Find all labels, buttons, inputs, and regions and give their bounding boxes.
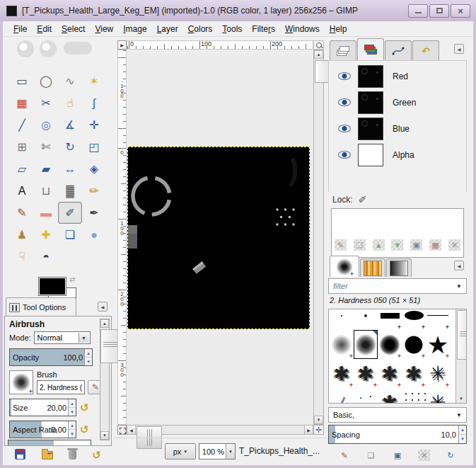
navigation-button[interactable]: ✛ bbox=[313, 425, 324, 435]
channel-to-selection-button[interactable]: ▦ bbox=[429, 239, 441, 251]
delete-channel-button[interactable]: ✕ bbox=[448, 239, 460, 251]
tool-fuzzy-select[interactable]: ✶ bbox=[82, 70, 106, 92]
delete-brush-button[interactable]: ✕ bbox=[418, 450, 430, 461]
tool-align[interactable]: ⊞ bbox=[10, 136, 34, 158]
tool-bucket-fill[interactable]: ⊔ bbox=[34, 180, 58, 202]
titlebar[interactable]: [T_Pickups_Health_Large_Keg_EM] (importe… bbox=[0, 0, 476, 21]
zoom-follow-window-button[interactable] bbox=[313, 40, 324, 50]
brush-item[interactable]: + bbox=[402, 330, 426, 359]
brush-item[interactable] bbox=[330, 309, 354, 330]
tool-perspective[interactable]: ▰ bbox=[34, 158, 58, 180]
channel-thumbnail[interactable] bbox=[358, 65, 383, 88]
refresh-brushes-button[interactable]: ↻ bbox=[445, 450, 457, 461]
vertical-scrollbar[interactable]: ▲ ▼ bbox=[313, 50, 324, 425]
visibility-eye-icon[interactable] bbox=[338, 125, 351, 132]
tab-channels[interactable] bbox=[357, 38, 384, 60]
menu-item[interactable]: Select bbox=[57, 23, 90, 35]
brush-item[interactable]: + bbox=[378, 309, 402, 330]
channel-thumbnail[interactable] bbox=[358, 91, 383, 114]
tool-move[interactable]: ✛ bbox=[82, 114, 106, 136]
brush-item[interactable]: + bbox=[426, 309, 450, 330]
duplicate-channel-button[interactable]: ▣ bbox=[410, 239, 422, 251]
size-spinner[interactable] bbox=[68, 399, 76, 416]
unit-select[interactable]: px bbox=[165, 443, 196, 460]
scrollbar-thumb[interactable] bbox=[457, 310, 467, 360]
aspect-spinner[interactable] bbox=[68, 421, 76, 438]
tool-paths[interactable]: ∫ bbox=[82, 92, 106, 114]
menu-item[interactable]: Layer bbox=[152, 23, 183, 35]
tab-layers[interactable] bbox=[330, 40, 356, 60]
channel-thumbnail[interactable] bbox=[358, 144, 383, 166]
brush-tag-select[interactable]: Basic, bbox=[328, 407, 467, 423]
menu-item[interactable]: Tools bbox=[217, 23, 247, 35]
scroll-right-icon[interactable]: ▶ bbox=[304, 426, 313, 434]
tab-undo-history[interactable]: ↶ bbox=[412, 40, 439, 60]
menu-item[interactable]: Windows bbox=[280, 23, 325, 35]
tool-text[interactable]: A bbox=[10, 180, 34, 202]
brush-item[interactable]: + bbox=[402, 388, 426, 404]
brush-item[interactable]: + bbox=[378, 359, 402, 388]
tool-shear[interactable]: ▱ bbox=[10, 158, 34, 180]
scroll-up-icon[interactable]: ▲ bbox=[100, 319, 109, 328]
collapse-dock-button[interactable] bbox=[454, 261, 464, 270]
brush-item[interactable]: + bbox=[426, 330, 450, 359]
duplicate-brush-button[interactable]: ▣ bbox=[391, 450, 403, 461]
zoom-dropdown-icon[interactable]: ▼ bbox=[226, 444, 235, 459]
brush-grid-scrollbar[interactable]: ▼ bbox=[455, 309, 466, 403]
tool-scale[interactable]: ◰ bbox=[82, 136, 106, 158]
menu-item[interactable]: Edit bbox=[32, 23, 57, 35]
tool-pencil[interactable]: ✏ bbox=[82, 180, 106, 202]
edit-channel-button[interactable]: ✎ bbox=[335, 239, 347, 251]
brush-item[interactable]: + bbox=[402, 359, 426, 388]
brush-item[interactable]: + bbox=[330, 330, 354, 359]
restore-tool-preset-button[interactable] bbox=[42, 449, 53, 462]
angle-slider-clipped[interactable] bbox=[8, 440, 91, 445]
brush-name-field[interactable]: 2. Hardness ( bbox=[37, 380, 85, 394]
brush-item[interactable]: + bbox=[402, 309, 426, 330]
foreground-color-swatch[interactable] bbox=[38, 277, 66, 296]
channel-row[interactable]: Alpha bbox=[329, 142, 466, 168]
reset-tool-options-button[interactable]: ↺ bbox=[92, 449, 101, 462]
tool-smudge[interactable]: ☟ bbox=[10, 246, 34, 268]
quick-mask-toggle[interactable] bbox=[117, 425, 127, 435]
tool-dodge-burn[interactable]: ◓ bbox=[34, 246, 58, 268]
scroll-down-icon[interactable]: ▼ bbox=[100, 431, 109, 440]
mode-select[interactable]: Normal bbox=[34, 331, 91, 344]
scroll-down-icon[interactable]: ▼ bbox=[456, 394, 466, 403]
opacity-spinner[interactable] bbox=[84, 349, 92, 365]
visibility-eye-icon[interactable] bbox=[338, 151, 351, 159]
tab-patterns[interactable] bbox=[360, 258, 385, 277]
horizontal-ruler[interactable]: 0100200 bbox=[127, 40, 313, 50]
lower-channel-button[interactable]: ▼ bbox=[391, 239, 403, 251]
opacity-slider[interactable]: Opacity 100,0 bbox=[9, 348, 93, 366]
raise-channel-button[interactable]: ▲ bbox=[373, 239, 385, 251]
save-tool-preset-button[interactable] bbox=[15, 449, 25, 462]
channel-row[interactable]: Red bbox=[329, 63, 466, 89]
menu-item[interactable]: View bbox=[90, 23, 118, 35]
tool-heal[interactable]: ✚ bbox=[34, 224, 58, 246]
spacing-slider[interactable]: Spacing 10,0 bbox=[328, 425, 467, 444]
tool-eraser[interactable]: ▬ bbox=[34, 202, 58, 224]
brush-item[interactable]: + bbox=[330, 359, 354, 388]
reset-aspect-icon[interactable]: ↺ bbox=[80, 423, 89, 436]
lock-pixels-icon[interactable]: ✐ bbox=[359, 194, 367, 205]
tool-crop[interactable]: ✄ bbox=[34, 136, 58, 158]
brush-item[interactable] bbox=[354, 309, 378, 330]
brush-item[interactable] bbox=[330, 388, 354, 404]
collapse-dock-button[interactable] bbox=[454, 44, 464, 54]
size-slider[interactable]: Size 20,00 bbox=[9, 399, 76, 416]
visibility-eye-icon[interactable] bbox=[338, 98, 351, 106]
menu-item[interactable]: Filters bbox=[247, 23, 280, 35]
tool-rectangle-select[interactable]: ▭ bbox=[10, 70, 34, 92]
tool-clone[interactable]: ♟ bbox=[10, 224, 34, 246]
scroll-left-icon[interactable]: ◀ bbox=[127, 426, 136, 434]
brush-item[interactable]: + bbox=[426, 359, 450, 388]
canvas-menu-button[interactable]: ▶ bbox=[117, 40, 127, 50]
brush-item[interactable]: + bbox=[354, 359, 378, 388]
tool-scissors-select[interactable]: ✂ bbox=[34, 92, 58, 114]
tool-airbrush[interactable]: ✐ bbox=[58, 202, 82, 224]
zoom-control[interactable]: 100 % ▼ bbox=[199, 443, 236, 460]
scroll-up-icon[interactable]: ▲ bbox=[314, 50, 323, 59]
tool-blur-sharpen[interactable]: ● bbox=[82, 224, 106, 246]
tool-ellipse-select[interactable]: ◯ bbox=[34, 70, 58, 92]
